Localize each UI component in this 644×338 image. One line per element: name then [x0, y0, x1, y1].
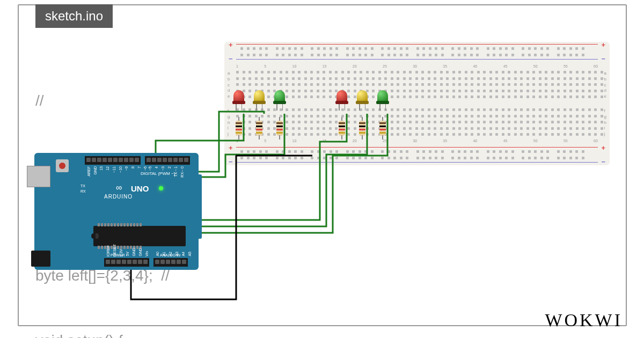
resistor-4[interactable]	[339, 117, 345, 139]
analog-header	[153, 258, 188, 267]
digital-label: DIGITAL (PWM ~)	[141, 171, 175, 176]
arduino-uno[interactable]: ∞ UNO ARDUINO DIGITAL (PWM ~) POWER ANAL…	[34, 153, 199, 270]
breadboard-rail-bottom: + + − −	[224, 145, 610, 165]
led-yellow-1[interactable]	[254, 90, 265, 104]
file-tab-label: sketch.ino	[45, 9, 103, 23]
led-yellow-2[interactable]	[357, 90, 368, 104]
rail-plus-sign: +	[229, 41, 233, 49]
resistor-2[interactable]	[256, 117, 262, 139]
resistor-3[interactable]	[276, 117, 283, 139]
rail-minus-sign: −	[601, 158, 605, 166]
resistor-1[interactable]	[236, 117, 242, 139]
arduino-logo-icon: ∞	[116, 183, 122, 193]
led-green-2[interactable]	[377, 90, 388, 104]
on-led-icon	[159, 186, 163, 190]
rail-minus-sign: −	[601, 55, 605, 63]
tx-label: TX	[80, 184, 85, 188]
resistor-6[interactable]	[379, 117, 386, 139]
arduino-brand: ARDUINO	[104, 194, 133, 200]
atmega-chip	[93, 226, 186, 246]
rail-plus-sign: +	[229, 144, 233, 152]
power-jack	[31, 251, 50, 267]
code-line: //	[35, 90, 250, 111]
led-green-1[interactable]	[274, 90, 285, 104]
rx-label: RX	[80, 189, 86, 193]
rail-minus-sign: −	[229, 55, 233, 63]
wokwi-logo: WOKWI	[545, 310, 623, 330]
power-header	[104, 258, 149, 267]
resistor-5[interactable]	[359, 117, 365, 139]
led-red-1[interactable]	[233, 90, 244, 104]
reset-button[interactable]	[56, 159, 69, 172]
rail-minus-sign: −	[229, 158, 233, 166]
led-red-2[interactable]	[336, 90, 347, 104]
file-tab[interactable]: sketch.ino	[35, 4, 113, 28]
arduino-model: UNO	[131, 184, 149, 193]
rail-plus-sign: +	[601, 144, 605, 152]
digital-header-right	[145, 156, 190, 165]
digital-header-left	[85, 156, 141, 165]
rail-plus-sign: +	[601, 41, 605, 49]
usb-port	[27, 166, 50, 187]
code-line: void setup() {	[35, 330, 250, 338]
breadboard-rail-top: + + − −	[224, 42, 610, 62]
